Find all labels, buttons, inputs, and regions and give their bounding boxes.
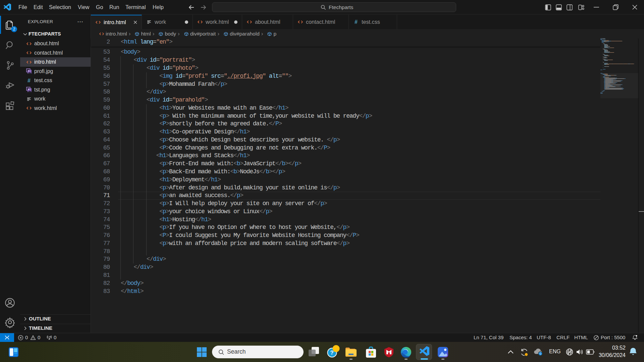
svg-text:#: # — [28, 78, 31, 83]
svg-text:#: # — [355, 19, 358, 25]
